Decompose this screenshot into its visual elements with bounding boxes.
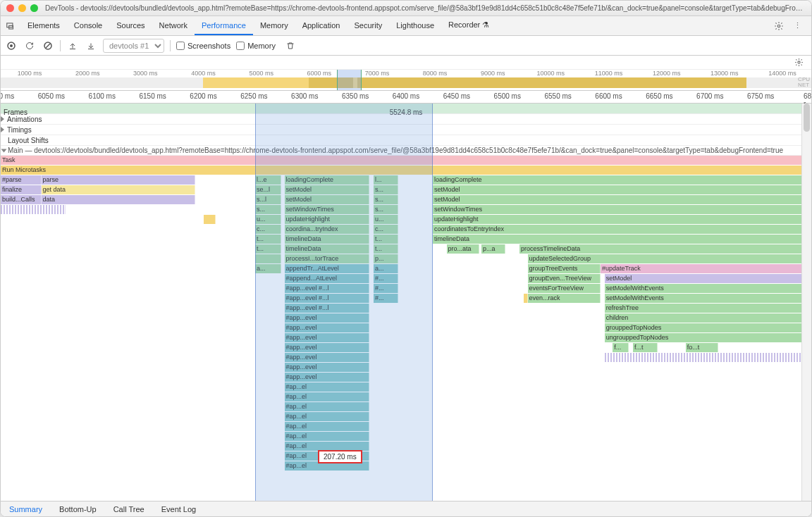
flame-bar[interactable]: updateHighlight [433, 215, 810, 224]
flame-bar[interactable]: #ap...el [285, 412, 370, 421]
track-timings[interactable]: Timings [1, 125, 811, 135]
flame-bar[interactable]: t... [374, 244, 398, 254]
flame-bar[interactable]: timelineData [285, 244, 370, 254]
flame-bar[interactable]: setModel [433, 195, 810, 204]
flame-bar[interactable]: s... [374, 205, 398, 214]
flame-bar[interactable]: #app...evel #...l [285, 304, 370, 313]
tab-sources[interactable]: Sources [109, 16, 152, 35]
flame-bar[interactable]: t... [255, 244, 281, 254]
flame-bar[interactable]: #app...evel [285, 323, 370, 332]
flame-bar[interactable]: s...l [255, 195, 281, 204]
flame-bar[interactable]: #app...evel [285, 373, 370, 382]
upload-button[interactable] [66, 39, 79, 52]
flame-bar[interactable]: setModel [285, 195, 370, 204]
flame-bar[interactable]: coordina...tryIndex [285, 225, 370, 234]
flame-bar[interactable]: processI...torTrace [285, 254, 370, 263]
flame-bar[interactable]: setModel [433, 185, 810, 194]
flame-bar[interactable]: p...a [481, 244, 506, 254]
flame-bar[interactable]: ungrouppedTopNodes [605, 333, 808, 342]
flame-bar[interactable]: u... [255, 215, 281, 224]
flame-bar[interactable]: setModel [605, 274, 808, 283]
flame-bar[interactable]: even...rack [528, 294, 601, 303]
flame-bar[interactable]: groupEven...TreeView [528, 274, 601, 283]
flame-bar[interactable] [255, 254, 281, 263]
flame-bar[interactable]: parse [42, 175, 196, 185]
flame-bar[interactable]: a... [374, 264, 398, 273]
profile-select[interactable]: devtools #1 [103, 39, 164, 53]
flame-bar[interactable]: get data [42, 185, 196, 194]
flame-bar[interactable]: #ap...el [285, 382, 370, 392]
screenshots-checkbox[interactable]: Screenshots [176, 42, 230, 50]
flame-bar[interactable]: u... [374, 215, 398, 224]
flame-bar[interactable]: loadingComplete [285, 175, 370, 185]
flame-bar[interactable]: timelineData [285, 235, 370, 244]
flame-bar[interactable]: #ap...el [285, 432, 370, 441]
vertical-scrollbar[interactable] [801, 104, 811, 501]
flame-bar[interactable]: data [42, 195, 196, 204]
flame-bar[interactable]: #... [374, 284, 398, 293]
flame-bar[interactable]: #app...evel #...l [285, 284, 370, 293]
more-icon[interactable]: ⋮ [790, 19, 804, 33]
flame-bar[interactable]: #app...evel [285, 333, 370, 342]
flame-bar[interactable]: #app...evel [285, 313, 370, 323]
capture-settings-icon[interactable] [792, 56, 806, 70]
flame-bar[interactable]: #ap...el [285, 402, 370, 411]
flame-bar[interactable]: f...t [633, 343, 658, 352]
tab-recorder[interactable]: Recorder ⚗ [441, 16, 496, 35]
flame-bar[interactable]: p... [374, 254, 398, 263]
minimize-button[interactable] [18, 4, 26, 12]
flame-bar[interactable]: fo...t [686, 343, 718, 352]
flame-bar[interactable]: processTimelineData [519, 244, 807, 254]
flame-bar[interactable] [605, 353, 808, 362]
settings-icon[interactable] [772, 19, 786, 33]
flame-bar[interactable]: finalize [1, 185, 42, 194]
flame-bar[interactable]: a... [255, 264, 281, 273]
btab-eventlog[interactable]: Event Log [153, 502, 205, 516]
tab-console[interactable]: Console [67, 16, 109, 35]
flame-bar[interactable]: #app...evel [285, 353, 370, 362]
flame-bar[interactable]: refreshTree [605, 304, 808, 313]
flame-bar[interactable]: s... [255, 205, 281, 214]
flame-bar[interactable]: pro...ata [447, 244, 479, 254]
tab-lighthouse[interactable]: Lighthouse [389, 16, 441, 35]
flame-bar[interactable]: eventsForTreeView [528, 284, 601, 293]
tab-elements[interactable]: Elements [20, 16, 67, 35]
flame-bar[interactable]: loadingComplete [433, 175, 810, 185]
flame-bar[interactable]: #app...evel [285, 343, 370, 352]
gc-button[interactable] [284, 39, 297, 52]
flame-bar[interactable]: s... [374, 185, 398, 194]
close-button[interactable] [6, 4, 14, 12]
flame-bar[interactable]: #... [374, 294, 398, 303]
flame-bar[interactable]: #parse [1, 175, 42, 185]
flame-bar[interactable]: l...e [255, 175, 281, 185]
flame-bar[interactable]: setModel [285, 185, 370, 194]
flame-bar[interactable]: coordinatesToEntryIndex [433, 225, 810, 234]
flame-bar[interactable]: c... [374, 225, 398, 234]
flame-bar[interactable]: #ap...el [285, 392, 370, 401]
tab-application[interactable]: Application [295, 16, 347, 35]
flame-bar[interactable]: se...l [255, 185, 281, 194]
memory-checkbox[interactable]: Memory [236, 42, 276, 50]
overview-selection[interactable] [337, 70, 362, 90]
btab-calltree[interactable]: Call Tree [105, 502, 153, 516]
flame-bar[interactable]: f... [613, 343, 629, 352]
flame-bar[interactable]: s... [374, 195, 398, 204]
flame-bar[interactable]: #ap...el [285, 422, 370, 431]
flame-bar[interactable]: setWindowTimes [285, 205, 370, 214]
flame-bar[interactable]: updateHighlight [285, 215, 370, 224]
flame-bar[interactable]: t... [255, 235, 281, 244]
reload-record-button[interactable] [23, 39, 36, 52]
flame-bar[interactable]: updateSelectedGroup [528, 254, 808, 263]
flame-bar[interactable]: children [605, 313, 808, 323]
tab-memory[interactable]: Memory [253, 16, 295, 35]
flame-bar[interactable]: appendTr...AtLevel [285, 264, 370, 273]
download-button[interactable] [85, 39, 97, 52]
flame-bar[interactable]: setModelWithEvents [605, 294, 808, 303]
track-frames[interactable]: Frames 5524.8 ms [1, 104, 811, 114]
flame-bar[interactable]: l... [374, 175, 398, 185]
flame-bar[interactable]: #app...evel [285, 363, 370, 372]
tab-security[interactable]: Security [347, 16, 389, 35]
overview-timeline[interactable]: 1000 ms2000 ms3000 ms4000 ms5000 ms6000 … [1, 70, 811, 91]
record-button[interactable] [5, 39, 18, 52]
flame-bar[interactable] [524, 294, 528, 303]
